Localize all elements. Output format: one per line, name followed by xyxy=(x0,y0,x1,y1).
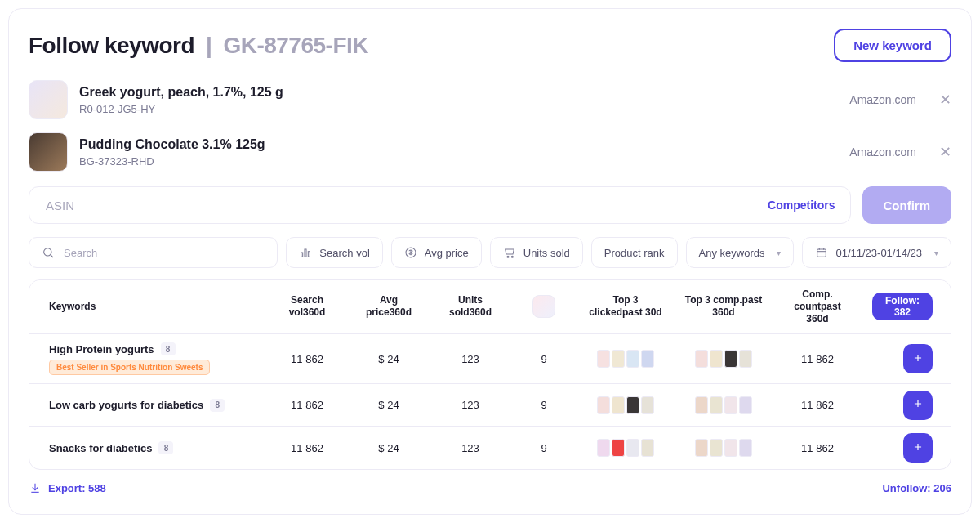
cell-units-sold: 123 xyxy=(430,353,511,365)
svg-line-1 xyxy=(51,255,53,257)
svg-rect-3 xyxy=(305,249,306,257)
cell-keyword: High Protein yogurts 8 Best Seller in Sp… xyxy=(29,342,266,375)
filter-date-range[interactable]: 01/11/23-01/14/23 ▾ xyxy=(802,237,951,268)
product-name: Pudding Chocolate 3.1% 125g xyxy=(79,136,838,154)
thumbnail xyxy=(612,350,625,368)
export-label: Export: 588 xyxy=(48,482,106,494)
keyword-text: High Protein yogurts xyxy=(49,343,154,355)
asin-input[interactable] xyxy=(44,198,768,213)
filter-units-sold[interactable]: Units sold xyxy=(490,237,583,268)
filter-product-rank[interactable]: Product rank xyxy=(591,237,678,268)
keyword-count-badge: 8 xyxy=(210,399,225,412)
keyword-text: Low carb yogurts for diabetics xyxy=(49,399,203,411)
table-row: High Protein yogurts 8 Best Seller in Sp… xyxy=(29,334,951,385)
col-follow: Follow: 382 xyxy=(862,293,951,320)
cell-top3-comp xyxy=(675,439,773,457)
filter-label: Product rank xyxy=(604,247,665,259)
table-row: Snacks for diabetics 8 11 862 $ 24 123 9… xyxy=(29,427,951,469)
cell-top3-clicked xyxy=(577,439,675,457)
confirm-button[interactable]: Confirm xyxy=(862,186,952,224)
filter-any-keywords[interactable]: Any keywords ▾ xyxy=(686,237,795,268)
cell-action xyxy=(862,391,951,420)
product-image xyxy=(29,80,68,119)
product-main: Greek yogurt, peach, 1.7%, 125 g R0-012-… xyxy=(79,84,838,115)
filter-label: Avg price xyxy=(425,247,469,259)
remove-product-button[interactable]: ✕ xyxy=(939,92,951,107)
product-sku: BG-37323-RHD xyxy=(79,155,838,168)
competitors-link[interactable]: Competitors xyxy=(768,199,835,212)
thumbnail-group xyxy=(684,439,763,457)
thumbnail xyxy=(739,396,752,414)
thumbnail xyxy=(710,439,723,457)
cell-avg-price: $ 24 xyxy=(348,353,430,365)
follow-all-button[interactable]: Follow: 382 xyxy=(872,293,933,320)
product-thumbnail xyxy=(532,295,555,318)
title-text: Follow keyword xyxy=(29,33,194,59)
export-button[interactable]: Export: 588 xyxy=(29,481,106,494)
cell-top3-clicked xyxy=(577,350,675,368)
new-keyword-button[interactable]: New keyword xyxy=(834,29,951,62)
col-units-sold: Units sold360d xyxy=(430,294,511,319)
panel-header: Follow keyword | GK-87765-FIK New keywor… xyxy=(29,29,951,62)
thumbnail xyxy=(597,350,610,368)
product-row: Pudding Chocolate 3.1% 125g BG-37323-RHD… xyxy=(29,126,951,178)
col-keywords: Keywords xyxy=(29,301,266,313)
search-icon xyxy=(42,246,55,259)
add-keyword-button[interactable] xyxy=(903,344,933,373)
thumbnail xyxy=(695,350,708,368)
search-input[interactable] xyxy=(62,246,265,260)
cell-top3-comp xyxy=(675,350,773,368)
cell-keyword: Snacks for diabetics 8 xyxy=(29,441,266,454)
thumbnail xyxy=(612,439,625,457)
thumbnail-group xyxy=(684,350,763,368)
bar-chart-icon xyxy=(299,246,312,259)
thumbnail-group xyxy=(684,396,763,414)
remove-product-button[interactable]: ✕ xyxy=(939,145,951,159)
title-code: GK-87765-FIK xyxy=(223,33,368,59)
thumbnail-group xyxy=(586,350,665,368)
filter-search-vol[interactable]: Search vol xyxy=(286,237,382,268)
search-pill[interactable] xyxy=(29,237,278,268)
add-keyword-button[interactable] xyxy=(903,391,933,420)
product-source: Amazon.com xyxy=(849,93,916,106)
thumbnail xyxy=(710,350,723,368)
thumbnail xyxy=(724,439,737,457)
filter-avg-price[interactable]: Avg price xyxy=(391,237,482,268)
chevron-down-icon: ▾ xyxy=(934,248,938,257)
title-separator: | xyxy=(206,33,212,59)
cell-top3-clicked xyxy=(577,396,675,414)
thumbnail xyxy=(739,439,752,457)
thumbnail xyxy=(626,350,639,368)
cell-units-sold: 123 xyxy=(430,399,511,411)
thumbnail xyxy=(626,396,639,414)
thumbnail xyxy=(710,396,723,414)
keyword-count-badge: 8 xyxy=(158,441,173,454)
thumbnail xyxy=(641,350,654,368)
cell-action xyxy=(862,433,951,463)
product-image xyxy=(29,132,68,172)
table-header: Keywords Search vol360d Avg price360d Un… xyxy=(29,280,951,334)
keyword-count-badge: 8 xyxy=(161,342,176,355)
cell-keyword: Low carb yogurts for diabetics 8 xyxy=(29,399,266,412)
thumbnail xyxy=(724,396,737,414)
cell-search-vol: 11 862 xyxy=(266,353,348,365)
thumbnail xyxy=(597,439,610,457)
close-icon: ✕ xyxy=(939,144,951,160)
product-source: Amazon.com xyxy=(849,145,916,159)
unfollow-button[interactable]: Unfollow: 206 xyxy=(882,482,951,494)
page-title: Follow keyword | GK-87765-FIK xyxy=(29,33,368,59)
thumbnail xyxy=(612,396,625,414)
plus-icon xyxy=(912,352,924,366)
add-keyword-button[interactable] xyxy=(903,433,933,463)
cell-rank: 9 xyxy=(511,353,577,365)
thumbnail xyxy=(724,350,737,368)
asin-bar: Competitors Confirm xyxy=(29,186,951,224)
cell-comp-count: 11 862 xyxy=(773,399,862,411)
plus-icon xyxy=(912,441,924,455)
product-sku: R0-012-JG5-HY xyxy=(79,103,838,115)
svg-point-7 xyxy=(511,256,513,257)
svg-point-6 xyxy=(507,256,509,257)
thumbnail-group xyxy=(586,439,665,457)
cell-avg-price: $ 24 xyxy=(348,399,430,411)
col-search-vol: Search vol360d xyxy=(266,294,348,319)
